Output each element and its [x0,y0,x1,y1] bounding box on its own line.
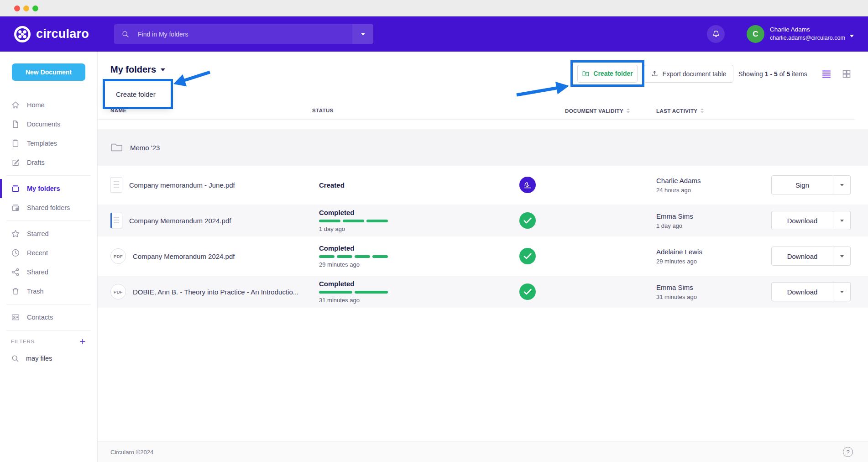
sidebar-item-trash[interactable]: Trash [0,282,97,301]
documents-icon [11,120,20,129]
sort-icon[interactable] [700,108,704,114]
sidebar-item-recent[interactable]: Recent [0,243,97,262]
list-view-toggle[interactable] [821,69,831,79]
sort-icon[interactable] [626,108,630,114]
sidebar-divider [6,220,91,221]
export-document-table-button[interactable]: Export document table [644,65,733,83]
download-button[interactable]: Download [771,282,833,301]
copyright-text: Circularo ©2024 [110,449,153,456]
create-folder-label: Create folder [593,70,633,77]
column-header-last-activity[interactable]: LAST ACTIVITY [656,108,704,114]
saved-search-item[interactable]: may files [0,349,97,368]
app-header: circularo C Charlie Adams charlie.adams@… [0,16,868,52]
grid-view-toggle[interactable] [842,69,852,79]
status-time: 1 day ago [319,226,388,232]
sidebar-nav: Home Documents Templates Drafts My folde… [0,95,97,331]
sidebar-item-documents[interactable]: Documents [0,115,97,134]
my-folders-icon [11,184,20,193]
create-folder-button[interactable]: Create folder [577,65,638,83]
status-label: Created [319,181,388,189]
document-icon [110,213,122,228]
document-row[interactable]: Company memorandum - June.pdf Created Ch… [98,169,868,201]
sidebar-item-my-folders[interactable]: My folders [0,179,97,198]
download-button[interactable]: Download [771,211,833,230]
document-name: DOBIE, Ann B. - Theory into Practice - A… [133,288,298,296]
title-dropdown-menu: Create folder [105,81,171,107]
window-titlebar [0,0,868,16]
templates-icon [11,139,20,148]
sidebar-item-drafts[interactable]: Drafts [0,153,97,172]
folder-scope-dropdown[interactable]: My folders [110,64,166,75]
document-name: Company memorandum - June.pdf [129,181,235,189]
folder-icon [110,142,123,153]
document-row[interactable]: Company Memorandum 2024.pdf Completed 1 … [98,205,868,236]
search-scope-dropdown[interactable] [352,24,373,44]
progress-bar [319,255,388,258]
question-mark-icon: ? [846,449,849,456]
sidebar-item-shared-folders[interactable]: Shared folders [0,198,97,217]
folder-name: Memo '23 [130,144,160,152]
status-cell: Completed 31 minutes ago [319,280,388,304]
document-row[interactable]: PDF DOBIE, Ann B. - Theory into Practice… [98,276,868,308]
help-button[interactable]: ? [843,447,853,457]
search-input[interactable] [138,31,329,38]
close-window-button[interactable] [14,5,20,11]
maximize-window-button[interactable] [32,5,38,11]
new-document-button[interactable]: New Document [12,63,85,81]
export-icon [651,70,659,78]
validity-cell [519,212,536,229]
circularo-logo-icon [14,26,31,43]
activity-time: 24 hours ago [656,187,701,194]
user-menu-caret[interactable] [849,31,854,40]
folder-plus-icon [582,70,590,78]
row-action-caret[interactable] [833,175,851,194]
document-row[interactable]: PDF Company Memorandum 2024.pdf Complete… [98,240,868,272]
chevron-down-icon [840,184,844,187]
table-body: Memo '23 Company memorandum - June.pdf C… [98,129,868,308]
row-action-caret[interactable] [833,282,851,301]
saved-search-label: may files [26,355,52,362]
create-folder-highlight-box: Create folder [570,60,644,87]
activity-user: Emma Sims [656,284,697,291]
validity-cell [519,248,536,264]
document-name: Company Memorandum 2024.pdf [129,217,231,225]
validity-cell [519,284,536,300]
last-activity-cell: Emma Sims 31 minutes ago [656,284,697,300]
notifications-button[interactable] [707,25,725,43]
user-menu[interactable]: Charlie Adams charlie.adams@circularo.co… [770,26,845,41]
validity-cell [519,177,536,193]
add-filter-button[interactable] [79,338,86,345]
sidebar-item-home[interactable]: Home [0,95,97,115]
brand-name: circularo [36,27,89,41]
status-label: Completed [319,280,388,288]
status-cell: Created [319,181,388,189]
user-avatar[interactable]: C [747,25,764,43]
sidebar-item-templates[interactable]: Templates [0,134,97,153]
chevron-down-icon [840,255,844,258]
row-action-caret[interactable] [833,247,851,266]
download-button[interactable]: Download [771,247,833,266]
menu-item-create-folder[interactable]: Create folder [105,90,156,98]
search-icon [11,354,20,363]
activity-time: 1 day ago [656,222,693,229]
minimize-window-button[interactable] [23,5,29,11]
sign-button[interactable]: Sign [771,175,833,194]
sidebar-item-shared[interactable]: Shared [0,262,97,282]
grid-view-icon [842,69,852,79]
row-action-caret[interactable] [833,211,851,230]
brand-logo[interactable]: circularo [14,16,89,52]
sidebar-item-starred[interactable]: Starred [0,224,97,243]
drafts-icon [11,158,20,167]
column-header-document-validity[interactable]: DOCUMENT VALIDITY [565,108,630,114]
shared-icon [11,268,20,277]
footer: Circularo ©2024 ? [98,441,868,462]
sidebar-item-contacts[interactable]: Contacts [0,308,97,327]
contacts-icon [11,313,20,322]
trash-icon [11,287,20,296]
progress-bar [319,220,388,222]
check-badge-icon [519,248,536,264]
status-time: 29 minutes ago [319,261,388,268]
folder-row[interactable]: Memo '23 [98,129,868,166]
filters-section: FILTERS [0,334,97,349]
activity-time: 29 minutes ago [656,258,702,265]
